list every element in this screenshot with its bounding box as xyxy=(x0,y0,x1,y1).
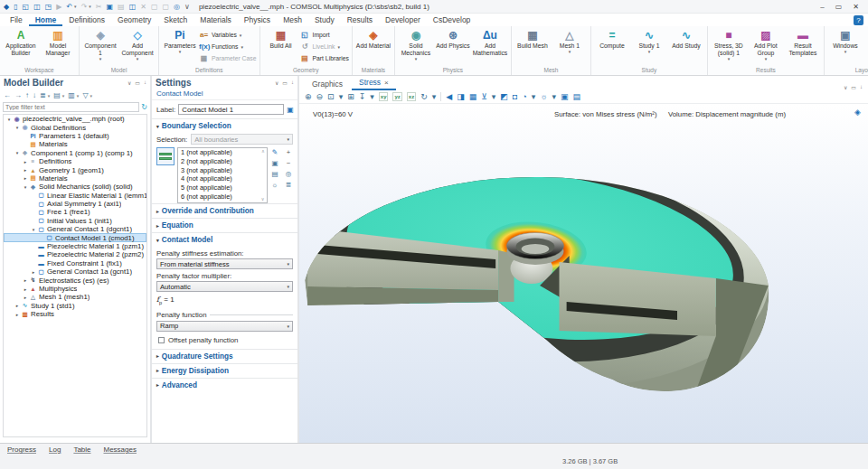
scene-settings-icon[interactable]: ☼ xyxy=(540,90,547,104)
variables-button[interactable]: a=Variables▾ xyxy=(199,30,257,40)
panel-float-icon[interactable]: ▭ xyxy=(282,80,288,86)
tree-item[interactable]: ▾◈Solid Mechanics (solid) (solid) xyxy=(4,183,146,191)
panel-pin-icon[interactable]: ↓ xyxy=(144,80,146,86)
scroll-down-icon[interactable]: ∨ xyxy=(261,196,265,202)
move-up-icon[interactable]: ↑ xyxy=(25,91,29,99)
tree-item[interactable]: ▢Contact Model 1 (cmod1) xyxy=(4,233,146,241)
tree-item[interactable]: ▸▲Geometry 1 (geom1) xyxy=(4,165,146,174)
tree-item[interactable]: ▤Materials xyxy=(4,140,146,148)
component-1-button[interactable]: ◈Component 1▾ xyxy=(82,27,118,61)
boundary-list-item[interactable]: 3 (not applicable) xyxy=(178,166,267,175)
boundary-list-scrollbar[interactable]: ∨ ∨ xyxy=(259,149,266,202)
boundary-list-item[interactable]: 4 (not applicable) xyxy=(178,174,267,183)
ribbon-tab-physics[interactable]: Physics xyxy=(238,14,277,26)
tree-item[interactable]: PiParameters 1 (default) xyxy=(4,132,146,140)
panel-pin-icon[interactable]: ↓ xyxy=(860,84,863,90)
chevron-down-icon[interactable]: ▾ xyxy=(492,90,496,104)
result-templates-button[interactable]: ▬Result Templates xyxy=(785,27,821,57)
copy-icon[interactable]: ▣ xyxy=(107,0,114,14)
close-icon[interactable]: × xyxy=(384,79,389,87)
tree-item[interactable]: ▾◈Component 1 (comp 1) (comp 1) xyxy=(4,149,146,157)
section-equation[interactable]: ▸Equation xyxy=(152,218,297,232)
run-icon[interactable]: ▶ xyxy=(56,0,61,14)
new-file-icon[interactable]: ▯ xyxy=(14,0,17,14)
expander-open-icon[interactable]: ▾ xyxy=(30,227,37,232)
ribbon-tab-file[interactable]: File xyxy=(4,14,29,26)
filter-icon[interactable]: ▽ xyxy=(82,91,88,99)
expander-closed-icon[interactable]: ▸ xyxy=(22,295,29,300)
paste-selection-icon[interactable]: ▤ xyxy=(270,170,279,178)
wireframe-icon[interactable]: ▦ xyxy=(469,90,477,104)
close-button[interactable]: ✕ xyxy=(853,0,859,14)
functions-button[interactable]: f(x)Functions▾ xyxy=(199,42,257,52)
update-solution-icon[interactable]: ▢ xyxy=(163,0,170,14)
section-override-and-contribution[interactable]: ▸Override and Contribution xyxy=(152,203,297,218)
zoom-box-icon[interactable]: ⊡ xyxy=(327,90,335,104)
help-button[interactable]: ? xyxy=(854,15,863,25)
multiplier-combo[interactable]: Automatic ▾ xyxy=(156,281,293,292)
plot-data-icon[interactable]: ⊻ xyxy=(481,90,487,104)
tree-item[interactable]: ▬Fixed Constraint 1 (fix1) xyxy=(4,259,146,267)
zoom-out-icon[interactable]: ⊖ xyxy=(316,90,324,104)
plot-area[interactable]: V0(13)=60 V Surface: von Mises stress (N… xyxy=(299,104,868,443)
expander-closed-icon[interactable]: ▸ xyxy=(30,269,37,275)
save-icon[interactable]: ◫ xyxy=(33,0,41,14)
add-component-button[interactable]: ◇Add Component▾ xyxy=(119,27,156,61)
tree-item[interactable]: ▸△Mesh 1 (mesh1) xyxy=(4,293,146,301)
panel-pin-icon[interactable]: ↓ xyxy=(291,80,294,86)
chevron-down-icon[interactable]: ▾ xyxy=(552,90,557,104)
tree-item[interactable]: ▸▤Materials xyxy=(4,174,146,183)
tab-graphics[interactable]: Graphics xyxy=(305,78,350,90)
panel-float-icon[interactable]: ▭ xyxy=(851,84,856,90)
compute-button[interactable]: =Compute xyxy=(594,27,630,50)
tree-item[interactable]: ▢Free 1 (free1) xyxy=(4,208,146,216)
boundary-list-item[interactable]: 5 (not applicable) xyxy=(178,183,267,192)
tree-item[interactable]: ▾▢General Contact 1 (dgcnt1) xyxy=(4,225,146,233)
panel-menu-icon[interactable]: ∨ xyxy=(127,80,131,86)
boundary-list-item[interactable]: 6 (not applicable) xyxy=(178,192,267,202)
windows-button[interactable]: ▣Windows▾ xyxy=(827,27,863,55)
status-tab-log[interactable]: Log xyxy=(49,446,61,454)
undo-icon[interactable]: ↶ xyxy=(66,0,72,14)
create-selection-icon[interactable]: ✎ xyxy=(270,148,279,156)
expander-closed-icon[interactable]: ▸ xyxy=(14,312,21,317)
rename-button[interactable]: ▣ xyxy=(287,106,294,114)
view-xy-icon[interactable]: xy xyxy=(379,92,389,101)
view-xz-icon[interactable]: xz xyxy=(407,92,416,101)
ribbon-tab-developer[interactable]: Developer xyxy=(379,14,427,26)
livelink-button[interactable]: ↺LiveLink▾ xyxy=(300,42,349,52)
tree-item[interactable]: ▸∿Study 1 (std1) xyxy=(4,302,146,310)
section-advanced[interactable]: ▸Advanced xyxy=(152,378,297,392)
tree-item[interactable]: ▸▥Results xyxy=(4,310,146,318)
compile-equations-icon[interactable]: ▢ xyxy=(151,0,158,14)
tree-item[interactable]: ▬Piezoelectric Material 2 (pzm2) xyxy=(4,250,146,258)
status-tab-messages[interactable]: Messages xyxy=(104,446,137,454)
label-input[interactable] xyxy=(178,104,284,115)
chevron-down-icon[interactable]: ▾ xyxy=(339,90,344,104)
boundary-list-item[interactable]: 1 (not applicable) xyxy=(178,148,267,157)
selection-settings-icon[interactable]: ☼ xyxy=(270,181,279,189)
ribbon-tab-materials[interactable]: Materials xyxy=(193,14,237,26)
move-down-icon[interactable]: ↓ xyxy=(33,91,36,99)
ribbon-tab-csdevelop[interactable]: CsDevelop xyxy=(427,14,477,26)
build-all-button[interactable]: ▦Build All xyxy=(263,27,299,50)
pan-icon[interactable]: ↧ xyxy=(359,90,366,104)
find-icon[interactable]: ◎ xyxy=(174,0,180,14)
stiffness-combo[interactable]: From material stiffness ▾ xyxy=(156,258,293,269)
expander-closed-icon[interactable]: ▸ xyxy=(22,175,29,181)
section-contact-model[interactable]: ▾ Contact Model xyxy=(152,232,297,247)
show-icon[interactable]: ≣ xyxy=(40,91,46,99)
chevron-down-icon[interactable]: ▾ xyxy=(89,0,91,14)
expander-closed-icon[interactable]: ▸ xyxy=(22,286,29,292)
minimize-button[interactable]: – xyxy=(820,0,824,14)
expander-closed-icon[interactable]: ▸ xyxy=(22,277,29,283)
refresh-icon[interactable]: ↻ xyxy=(141,103,147,111)
cut-icon[interactable]: ✂ xyxy=(96,0,102,14)
view-indicator-icon[interactable]: ◈ xyxy=(854,108,861,117)
save-as-icon[interactable]: ◳ xyxy=(45,0,52,14)
boundary-list-item[interactable]: 2 (not applicable) xyxy=(178,157,267,166)
section-energy-dissipation[interactable]: ▸Energy Dissipation xyxy=(152,363,297,378)
ribbon-tab-study[interactable]: Study xyxy=(308,14,341,26)
study-1-button[interactable]: ∿Study 1▾ xyxy=(631,27,667,55)
open-icon[interactable]: ◱ xyxy=(23,0,30,14)
